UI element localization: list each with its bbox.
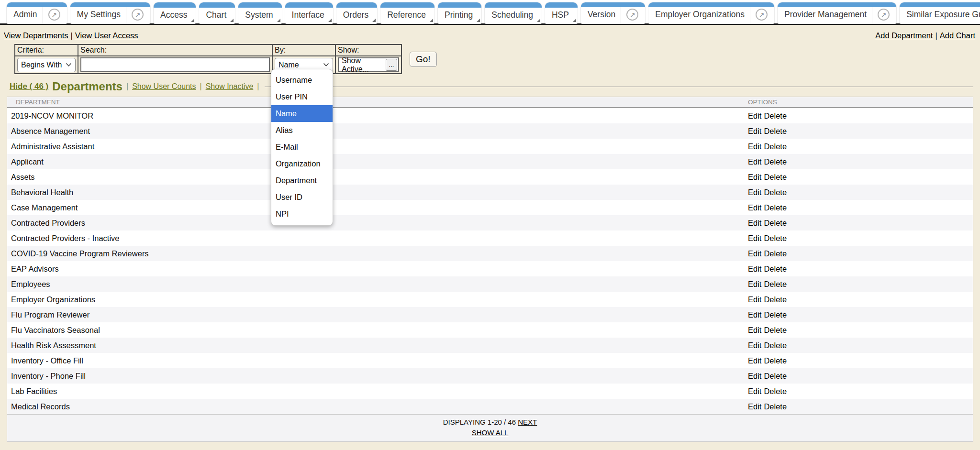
add-chart-link[interactable]: Add Chart bbox=[940, 31, 975, 40]
nav-tab-my-settings[interactable]: My Settings ↗ bbox=[70, 2, 150, 23]
search-label: Search: bbox=[78, 44, 272, 56]
edit-link[interactable]: Edit bbox=[748, 295, 761, 304]
nav-tab-similar-exposure-groups[interactable]: Similar Exposure Groups (SEGs) ↗ bbox=[900, 2, 980, 23]
edit-link[interactable]: Edit bbox=[748, 157, 761, 166]
delete-link[interactable]: Delete bbox=[764, 372, 787, 380]
tab-accent-bar bbox=[900, 2, 980, 7]
edit-link[interactable]: Edit bbox=[748, 387, 761, 395]
edit-link[interactable]: Edit bbox=[748, 219, 761, 227]
nav-tab-scheduling[interactable]: Scheduling bbox=[485, 2, 542, 23]
view-departments-link[interactable]: View Departments bbox=[4, 31, 68, 40]
delete-link[interactable]: Delete bbox=[764, 356, 787, 365]
tab-label: Similar Exposure Groups (SEGs) bbox=[906, 10, 980, 20]
edit-link[interactable]: Edit bbox=[748, 173, 761, 181]
edit-link[interactable]: Edit bbox=[748, 142, 761, 151]
table-row: Contracted Providers - Inactive EditDele… bbox=[7, 230, 973, 246]
show-all-link[interactable]: SHOW ALL bbox=[7, 428, 973, 438]
edit-link[interactable]: Edit bbox=[748, 203, 761, 212]
popout-arrow-icon[interactable]: ↗ bbox=[132, 9, 144, 21]
departments-list-header: Hide ( 46 ) Departments | Show User Coun… bbox=[10, 80, 973, 93]
delete-link[interactable]: Delete bbox=[764, 219, 787, 227]
nav-tab-version[interactable]: Version ↗ bbox=[581, 2, 645, 23]
nav-tab-orders[interactable]: Orders bbox=[336, 2, 377, 23]
edit-link[interactable]: Edit bbox=[748, 402, 761, 411]
delete-link[interactable]: Delete bbox=[764, 234, 787, 242]
delete-link[interactable]: Delete bbox=[764, 127, 787, 135]
popout-arrow-icon[interactable]: ↗ bbox=[48, 9, 60, 21]
nav-tab-reference[interactable]: Reference bbox=[380, 2, 434, 23]
edit-link[interactable]: Edit bbox=[748, 234, 761, 242]
edit-link[interactable]: Edit bbox=[748, 356, 761, 365]
nav-tab-admin[interactable]: Admin ↗ bbox=[7, 2, 67, 23]
delete-link[interactable]: Delete bbox=[764, 326, 787, 334]
department-cell: Medical Records bbox=[7, 402, 742, 411]
view-user-access-link[interactable]: View User Access bbox=[75, 31, 138, 40]
edit-link[interactable]: Edit bbox=[748, 341, 761, 350]
nav-tab-system[interactable]: System bbox=[238, 2, 281, 23]
edit-link[interactable]: Edit bbox=[748, 326, 761, 334]
edit-link[interactable]: Edit bbox=[748, 249, 761, 258]
delete-link[interactable]: Delete bbox=[764, 295, 787, 304]
edit-link[interactable]: Edit bbox=[748, 372, 761, 380]
dropdown-option-user-id[interactable]: User ID bbox=[271, 189, 333, 206]
delete-link[interactable]: Delete bbox=[764, 341, 787, 350]
edit-link[interactable]: Edit bbox=[748, 111, 761, 120]
dropdown-option-department[interactable]: Department bbox=[271, 172, 333, 189]
dropdown-option-user-pin[interactable]: User PIN bbox=[271, 88, 333, 105]
next-page-link[interactable]: NEXT bbox=[518, 418, 537, 426]
nav-tab-employer-organizations[interactable]: Employer Organizations ↗ bbox=[648, 2, 774, 23]
dropdown-option-username[interactable]: Username bbox=[271, 72, 333, 88]
tab-divider bbox=[126, 7, 126, 23]
popout-arrow-icon[interactable]: ↗ bbox=[756, 9, 768, 21]
nav-tab-printing[interactable]: Printing bbox=[438, 2, 481, 23]
hide-count-link[interactable]: Hide ( 46 ) bbox=[10, 82, 48, 91]
show-filter-more-button[interactable]: ... bbox=[386, 59, 397, 71]
delete-link[interactable]: Delete bbox=[764, 188, 787, 197]
dropdown-option-npi[interactable]: NPI bbox=[271, 206, 333, 222]
criteria-select[interactable]: Begins With bbox=[17, 58, 76, 72]
tab-divider bbox=[621, 7, 621, 23]
department-cell: Assets bbox=[7, 173, 742, 182]
delete-link[interactable]: Delete bbox=[764, 111, 787, 120]
edit-link[interactable]: Edit bbox=[748, 188, 761, 197]
table-row: Case Management EditDelete bbox=[7, 200, 973, 215]
table-row: Employer Organizations EditDelete bbox=[7, 292, 973, 307]
delete-link[interactable]: Delete bbox=[764, 142, 787, 151]
show-user-counts-link[interactable]: Show User Counts bbox=[132, 82, 196, 91]
dropdown-option-organization[interactable]: Organization bbox=[271, 155, 333, 172]
dropdown-option-name-selected[interactable]: Name bbox=[271, 105, 333, 122]
popout-arrow-icon[interactable]: ↗ bbox=[878, 9, 890, 21]
nav-tab-interface[interactable]: Interface bbox=[285, 2, 333, 23]
delete-link[interactable]: Delete bbox=[764, 203, 787, 212]
delete-link[interactable]: Delete bbox=[764, 280, 787, 288]
nav-tab-chart[interactable]: Chart bbox=[199, 2, 235, 23]
add-department-link[interactable]: Add Department bbox=[875, 31, 933, 40]
delete-link[interactable]: Delete bbox=[764, 402, 787, 411]
tab-label: Employer Organizations bbox=[655, 10, 745, 20]
link-separator: | bbox=[68, 31, 75, 40]
edit-link[interactable]: Edit bbox=[748, 280, 761, 288]
dropdown-option-email[interactable]: E-Mail bbox=[271, 139, 333, 155]
popout-arrow-icon[interactable]: ↗ bbox=[626, 9, 638, 21]
delete-link[interactable]: Delete bbox=[764, 249, 787, 258]
department-cell: Contracted Providers bbox=[7, 219, 742, 228]
delete-link[interactable]: Delete bbox=[764, 310, 787, 319]
delete-link[interactable]: Delete bbox=[764, 157, 787, 166]
nav-tab-hsp[interactable]: HSP bbox=[545, 2, 578, 23]
nav-tab-access[interactable]: Access bbox=[154, 2, 196, 23]
department-sort-link[interactable]: DEPARTMENT bbox=[16, 99, 60, 106]
show-filter-box[interactable]: Show Active... ... bbox=[338, 57, 399, 72]
department-cell: Inventory - Phone Fill bbox=[7, 372, 742, 381]
nav-tab-provider-management[interactable]: Provider Management ↗ bbox=[778, 2, 896, 23]
search-input[interactable] bbox=[80, 57, 270, 72]
edit-link[interactable]: Edit bbox=[748, 127, 761, 135]
delete-link[interactable]: Delete bbox=[764, 173, 787, 181]
delete-link[interactable]: Delete bbox=[764, 387, 787, 395]
go-button[interactable]: Go! bbox=[410, 52, 437, 67]
edit-link[interactable]: Edit bbox=[748, 310, 761, 319]
table-row: 2019-NCOV MONITOR EditDelete bbox=[7, 108, 973, 123]
dropdown-option-alias[interactable]: Alias bbox=[271, 122, 333, 139]
delete-link[interactable]: Delete bbox=[764, 264, 787, 273]
show-inactive-link[interactable]: Show Inactive bbox=[206, 82, 254, 91]
edit-link[interactable]: Edit bbox=[748, 264, 761, 273]
